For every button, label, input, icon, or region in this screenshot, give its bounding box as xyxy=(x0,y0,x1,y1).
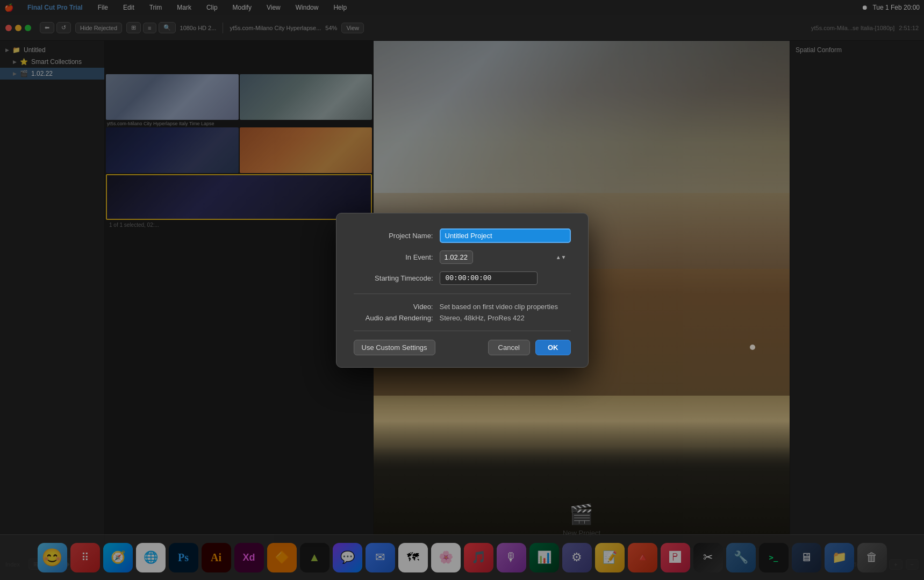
timecode-row: Starting Timecode: xyxy=(354,271,571,285)
modal-divider-2 xyxy=(354,331,571,331)
audio-label: Audio and Rendering: xyxy=(354,314,440,322)
cancel-button[interactable]: Cancel xyxy=(488,340,530,355)
project-name-input[interactable] xyxy=(440,228,571,243)
modal-overlay: Project Name: In Event: 1.02.22 ▲▼ Start… xyxy=(0,0,924,580)
in-event-select-wrapper: 1.02.22 ▲▼ xyxy=(440,250,571,264)
in-event-select[interactable]: 1.02.22 xyxy=(440,250,473,264)
modal-right-buttons: Cancel OK xyxy=(488,340,571,355)
project-name-label: Project Name: xyxy=(354,232,440,240)
new-project-modal: Project Name: In Event: 1.02.22 ▲▼ Start… xyxy=(336,213,589,368)
audio-value: Stereo, 48kHz, ProRes 422 xyxy=(440,314,525,322)
timecode-input[interactable] xyxy=(440,271,538,285)
in-event-label: In Event: xyxy=(354,253,440,261)
project-name-row: Project Name: xyxy=(354,228,571,243)
modal-buttons: Use Custom Settings Cancel OK xyxy=(354,340,571,355)
timecode-label: Starting Timecode: xyxy=(354,274,440,282)
video-value: Set based on first video clip properties xyxy=(440,303,558,311)
audio-row: Audio and Rendering: Stereo, 48kHz, ProR… xyxy=(354,314,571,322)
video-label: Video: xyxy=(354,303,440,311)
select-arrow-icon: ▲▼ xyxy=(556,254,567,260)
modal-divider-1 xyxy=(354,293,571,294)
video-row: Video: Set based on first video clip pro… xyxy=(354,303,571,311)
in-event-row: In Event: 1.02.22 ▲▼ xyxy=(354,250,571,264)
ok-button[interactable]: OK xyxy=(535,340,571,355)
use-custom-settings-button[interactable]: Use Custom Settings xyxy=(354,340,435,355)
